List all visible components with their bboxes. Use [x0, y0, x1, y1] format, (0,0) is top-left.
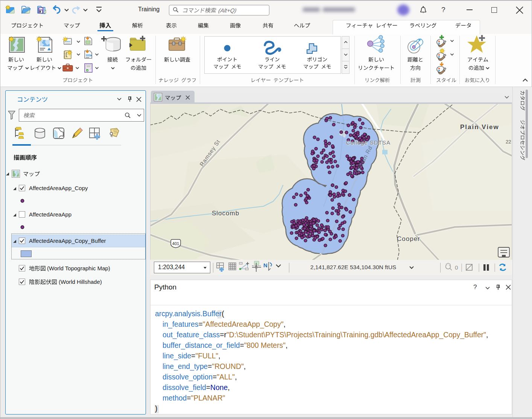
svg-text:22: 22 — [506, 139, 511, 145]
svg-text:(Alt+Q): (Alt+Q) — [218, 7, 237, 14]
svg-text:Cooper: Cooper — [397, 235, 420, 242]
svg-text:College SDTSA: College SDTSA — [346, 139, 391, 146]
svg-text:0: 0 — [455, 264, 458, 271]
svg-text:N: N — [263, 262, 268, 268]
svg-text:Plain View: Plain View — [460, 123, 499, 131]
svg-text:Slocomb: Slocomb — [212, 210, 239, 217]
svg-text:401: 401 — [172, 241, 179, 246]
